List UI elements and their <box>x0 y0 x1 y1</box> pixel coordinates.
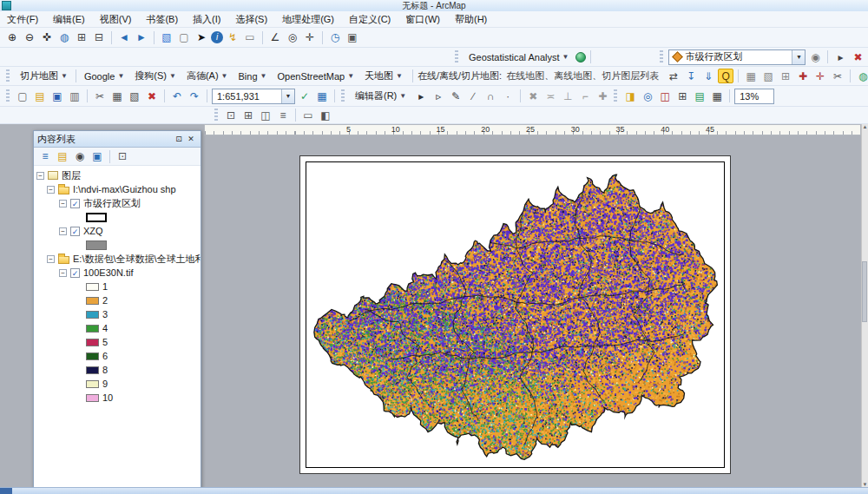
search-icon[interactable]: Q <box>718 69 733 83</box>
print-icon[interactable]: ▥ <box>67 89 82 103</box>
copy-icon[interactable]: ▦ <box>109 89 125 103</box>
edit-tool-icon[interactable]: ▸ <box>413 89 429 103</box>
measure-icon[interactable]: ∠ <box>267 30 283 45</box>
columns-icon[interactable]: ◫ <box>258 108 273 122</box>
grid-select-icon[interactable]: ▦ <box>743 69 759 83</box>
zoom-percent-box[interactable]: 13% <box>734 89 774 104</box>
toc-class-row[interactable]: 5 <box>34 335 201 349</box>
fixed-zoom-out-icon[interactable]: ⊟ <box>91 30 107 45</box>
toc-root-layers[interactable]: −图层 <box>34 168 201 182</box>
arctoolbox-icon[interactable]: ◫ <box>657 89 673 103</box>
toolbar-grip[interactable] <box>6 69 10 82</box>
pan-icon[interactable]: ✜ <box>39 30 55 45</box>
layer-combobox[interactable]: 市级行政区划 ▼ <box>668 49 806 65</box>
grid-snap-icon[interactable]: ⊞ <box>240 108 256 122</box>
menu-item-4[interactable]: 插入(I) <box>193 13 220 26</box>
toc-layer[interactable]: −✓XZQ <box>34 224 201 238</box>
snap-end-icon[interactable]: ✖ <box>525 89 541 103</box>
online-map-button-3[interactable]: 高德(A)▼ <box>181 69 233 83</box>
catalog-icon[interactable]: ◨ <box>622 89 638 103</box>
scroll-up-icon[interactable]: ▲ <box>863 124 868 129</box>
expander-icon[interactable]: − <box>47 186 55 194</box>
menu-item-8[interactable]: 窗口(W) <box>405 13 440 26</box>
python-icon[interactable]: ⊞ <box>674 89 690 103</box>
attribute-table-icon[interactable]: ▦ <box>314 89 330 103</box>
class-color-swatch[interactable] <box>86 339 99 346</box>
online-map-button-1[interactable]: Google▼ <box>79 70 129 82</box>
layer-checkbox[interactable]: ✓ <box>70 199 80 208</box>
layer-symbol-swatch[interactable] <box>86 240 107 250</box>
online-map-button-5[interactable]: OpenStreetMap▼ <box>272 70 359 82</box>
snap-mid-icon[interactable]: ≍ <box>542 89 558 103</box>
layer-checkbox[interactable]: ✓ <box>70 268 80 278</box>
grid-icon[interactable]: ▦ <box>709 89 725 103</box>
toc-class-row[interactable]: 4 <box>34 321 201 335</box>
line-tool-icon[interactable]: ∕ <box>465 89 481 103</box>
viewer-window-icon[interactable]: ▣ <box>345 30 360 45</box>
class-color-swatch[interactable] <box>86 311 99 319</box>
apply-icon[interactable]: ✓ <box>297 89 312 103</box>
toc-options-icon[interactable]: ⊡ <box>115 149 130 164</box>
list-by-selection-icon[interactable]: ▣ <box>89 149 105 164</box>
snap-perp-icon[interactable]: ⊥ <box>560 89 575 103</box>
menu-item-6[interactable]: 地理处理(G) <box>282 13 334 26</box>
sketch-tool-icon[interactable]: ✎ <box>448 89 464 103</box>
toc-layer[interactable]: −✓市级行政区划 <box>34 196 201 210</box>
online-map-button-4[interactable]: Bing▼ <box>233 70 273 82</box>
back-extent-icon[interactable]: ◄ <box>116 30 132 45</box>
clear-selection-icon[interactable]: ▢ <box>176 30 192 45</box>
toc-title-bar[interactable]: 内容列表 ⊡ ✕ <box>34 131 201 148</box>
expander-icon[interactable]: − <box>47 255 55 263</box>
title-bar[interactable]: 无标题 - ArcMap <box>0 0 868 11</box>
grid-clip-icon[interactable]: ▧ <box>760 69 776 83</box>
paste-icon[interactable]: ▧ <box>127 89 142 103</box>
undo-icon[interactable]: ↶ <box>169 89 185 103</box>
online-map-button-6[interactable]: 天地图▼ <box>359 69 408 83</box>
snap-plus-icon[interactable]: ✚ <box>595 89 610 103</box>
toc-layer[interactable]: −✓100E30N.tif <box>34 266 201 280</box>
menu-item-2[interactable]: 视图(V) <box>100 13 132 26</box>
online-map-button-0[interactable]: 切片地图▼ <box>15 69 73 83</box>
toc-symbol-row[interactable] <box>34 238 201 252</box>
toc-symbol-row[interactable] <box>34 210 201 224</box>
download-tiles-icon[interactable]: ⇓ <box>700 69 716 83</box>
grid-add-icon[interactable]: ⊞ <box>778 69 793 83</box>
toolbar-grip[interactable] <box>6 89 10 102</box>
map-canvas[interactable] <box>306 162 726 469</box>
select-features-icon[interactable]: ▧ <box>159 30 174 45</box>
class-color-swatch[interactable] <box>86 352 99 360</box>
delete-icon[interactable]: ✖ <box>144 89 160 103</box>
toolbar-grip[interactable] <box>660 50 663 63</box>
class-color-swatch[interactable] <box>86 394 99 402</box>
toc-group[interactable]: −I:\ndvi-max\Guizhou shp <box>34 182 201 196</box>
toolbar-grip[interactable] <box>214 109 218 122</box>
class-color-swatch[interactable] <box>86 283 99 291</box>
forward-extent-icon[interactable]: ► <box>134 30 149 45</box>
menu-item-1[interactable]: 编辑(E) <box>53 13 85 26</box>
fixed-zoom-in-icon[interactable]: ⊞ <box>74 30 89 45</box>
online-group-links[interactable]: 在线地图、离线地图、切片图层列表 <box>506 69 659 82</box>
snap-corner-icon[interactable]: ⌐ <box>577 89 593 103</box>
editor-menu[interactable]: 编辑器(R) ▼ <box>350 89 411 103</box>
menu-item-5[interactable]: 选择(S) <box>235 13 267 26</box>
toolbar-grip[interactable] <box>341 89 345 102</box>
expander-icon[interactable]: − <box>59 200 67 207</box>
add-basemap-icon[interactable]: ↧ <box>683 69 699 83</box>
toc-pin-icon[interactable]: ⊡ <box>173 134 185 145</box>
scrollbar-thumb[interactable] <box>862 261 867 322</box>
zoom-out-icon[interactable]: ⊖ <box>22 30 37 45</box>
clip-icon[interactable]: ✂ <box>830 69 845 83</box>
toc-group[interactable]: −E:\数据包\全球数据\全球土地利 <box>34 252 201 266</box>
toolbar-grip[interactable] <box>455 50 458 63</box>
scale-combobox[interactable]: 1:651,931 ▼ <box>212 89 295 104</box>
toc-class-row[interactable]: 6 <box>34 349 201 363</box>
full-extent-icon[interactable]: ◍ <box>56 30 72 45</box>
point-tool-icon[interactable]: ∙ <box>500 89 516 103</box>
menu-item-0[interactable]: 文件(F) <box>7 13 38 26</box>
geostat-globe-icon[interactable] <box>575 52 586 63</box>
select-elements-icon[interactable]: ➤ <box>194 30 209 45</box>
identify-icon[interactable]: i <box>211 31 223 43</box>
go-to-xy-icon[interactable]: ✛ <box>302 30 318 45</box>
toc-class-row[interactable]: 2 <box>34 293 201 307</box>
toc-class-row[interactable]: 3 <box>34 307 201 321</box>
